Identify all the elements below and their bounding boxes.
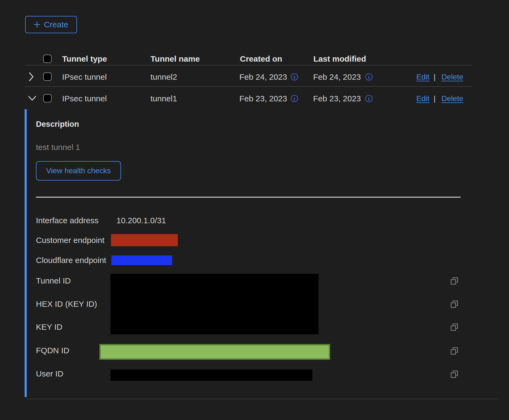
svg-text:i: i: [368, 96, 370, 102]
svg-text:i: i: [368, 74, 370, 80]
svg-text:i: i: [294, 74, 295, 80]
svg-text:i: i: [294, 96, 295, 102]
